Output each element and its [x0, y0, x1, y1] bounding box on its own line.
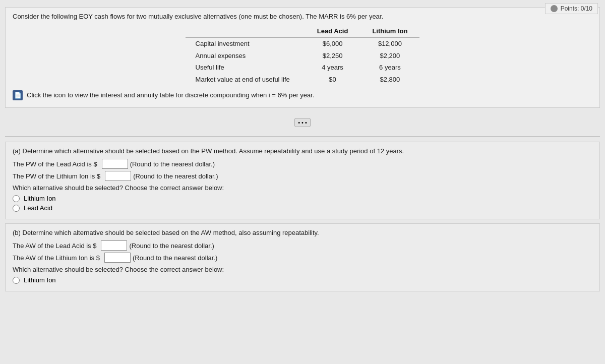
pw-lithium-row: The PW of the Lithium Ion is $ (Round to…: [13, 171, 592, 181]
radio-group-b: Lithium Ion: [13, 276, 592, 284]
section-b-title: (b) Determine which alternative should b…: [13, 229, 592, 236]
table-row: Capital investment$6,000$12,000: [186, 38, 420, 50]
row-label-1: Annual expenses: [186, 50, 305, 62]
radio-a-lead-acid[interactable]: [13, 205, 20, 212]
row-lithium-1: $2,200: [360, 50, 419, 62]
points-label: Points: 0/10: [561, 5, 592, 12]
row-lead-0: $6,000: [305, 38, 360, 50]
row-lithium-0: $12,000: [360, 38, 419, 50]
pw-lead-label: The PW of the Lead Acid is $: [13, 160, 97, 168]
intro-text-box: Consider the following EOY cash flows fo…: [5, 7, 600, 108]
col-lead-acid: Lead Acid: [305, 25, 360, 38]
aw-lead-input[interactable]: [101, 240, 127, 251]
data-table-wrapper: Lead Acid Lithium Ion Capital investment…: [13, 25, 592, 86]
radio-group-a: Lithium Ion Lead Acid: [13, 195, 592, 212]
col-lithium-ion: Lithium Ion: [360, 25, 419, 38]
section-a-title: (a) Determine which alternative should b…: [13, 147, 592, 155]
aw-lead-hint: (Round to the nearest dollar.): [129, 242, 214, 250]
aw-lead-label: The AW of the Lead Acid is $: [13, 242, 96, 250]
radio-a-lead-acid-label: Lead Acid: [24, 204, 52, 212]
expand-btn-label: • • •: [298, 119, 307, 126]
pw-lead-row: The PW of the Lead Acid is $ (Round to t…: [13, 159, 592, 169]
radio-b-option-1: Lithium Ion: [13, 276, 592, 284]
row-label-3: Market value at end of useful life: [186, 74, 305, 86]
badge-icon: [551, 5, 558, 12]
row-label-0: Capital investment: [186, 38, 305, 50]
table-row: Useful life4 years6 years: [186, 62, 420, 74]
radio-a-lithium-ion-label: Lithium Ion: [24, 195, 56, 202]
table-row: Annual expenses$2,250$2,200: [186, 50, 420, 62]
row-lead-2: 4 years: [305, 62, 360, 74]
aw-lithium-label: The AW of the Lithium Ion is $: [13, 254, 100, 262]
intro-text: Consider the following EOY cash flows fo…: [13, 13, 383, 20]
section-b: (b) Determine which alternative should b…: [5, 223, 600, 291]
icon-row: 📄 Click the icon to view the interest an…: [13, 90, 592, 100]
pw-lithium-label: The PW of the Lithium Ion is $: [13, 172, 100, 180]
aw-lithium-input[interactable]: [104, 253, 131, 263]
radio-b-lithium-ion-label: Lithium Ion: [24, 276, 56, 284]
icon-text: Click the icon to view the interest and …: [27, 90, 315, 100]
pw-lead-input[interactable]: [102, 159, 128, 169]
radio-a-option-1: Lithium Ion: [13, 195, 592, 202]
data-table: Lead Acid Lithium Ion Capital investment…: [186, 25, 420, 86]
which-b-label: Which alternative should be selected? Ch…: [13, 266, 592, 273]
expand-button[interactable]: • • •: [294, 118, 311, 127]
col-empty: [186, 25, 305, 38]
radio-a-option-2: Lead Acid: [13, 204, 592, 212]
table-row: Market value at end of useful life$0$2,8…: [186, 74, 420, 86]
row-lead-3: $0: [305, 74, 360, 86]
pw-lithium-input[interactable]: [105, 171, 131, 181]
aw-lead-row: The AW of the Lead Acid is $ (Round to t…: [13, 240, 592, 251]
row-lithium-2: 6 years: [360, 62, 419, 74]
pw-lithium-hint: (Round to the nearest dollar.): [133, 172, 218, 180]
row-lithium-3: $2,800: [360, 74, 419, 86]
row-lead-1: $2,250: [305, 50, 360, 62]
pw-lead-hint: (Round to the nearest dollar.): [130, 160, 215, 168]
book-icon[interactable]: 📄: [13, 90, 23, 100]
which-a-label: Which alternative should be selected? Ch…: [13, 184, 592, 192]
row-label-2: Useful life: [186, 62, 305, 74]
section-a: (a) Determine which alternative should b…: [5, 142, 600, 219]
aw-lithium-row: The AW of the Lithium Ion is $ (Round to…: [13, 253, 592, 263]
divider-1: [5, 136, 600, 137]
aw-lithium-hint: (Round to the nearest dollar.): [133, 254, 217, 262]
points-badge: Points: 0/10: [545, 3, 598, 14]
radio-b-lithium-ion[interactable]: [13, 277, 20, 284]
radio-a-lithium-ion[interactable]: [13, 195, 20, 202]
